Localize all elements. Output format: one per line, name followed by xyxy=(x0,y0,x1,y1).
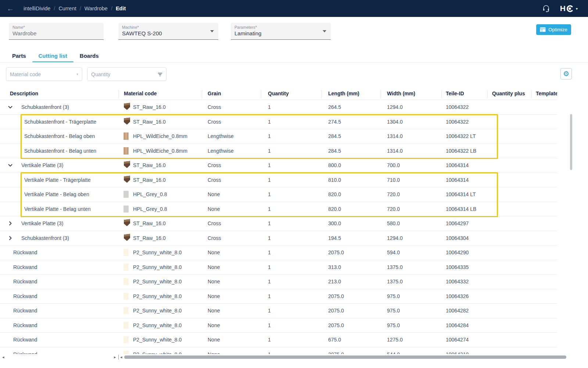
column-separator xyxy=(487,90,488,98)
tab-cutting-list[interactable]: Cutting list xyxy=(32,50,74,63)
cell-material-code: ST_Raw_16.0 xyxy=(133,235,166,241)
cell-material-code: ST_Raw_16.0 xyxy=(133,177,166,183)
breadcrumb-current[interactable]: Current xyxy=(58,6,76,11)
scroll-left-icon[interactable]: ◂ xyxy=(2,355,4,360)
cell-width: 975.0 xyxy=(387,322,400,328)
scroll-right-icon[interactable]: ▸ xyxy=(114,355,116,360)
chevron-right-icon[interactable] xyxy=(7,235,13,241)
cell-material-code: HPL_Grey_0.8 xyxy=(133,191,167,197)
cell-description: Vertikale Platte (3) xyxy=(21,220,63,226)
column-header-quantity-plus[interactable]: Quantity plus xyxy=(492,91,525,96)
table-row[interactable]: RückwandP2_Sunny_white_8.0None12075.0544… xyxy=(0,347,557,354)
filter-icon[interactable] xyxy=(158,72,162,77)
breadcrumb-app[interactable]: intelliDivide xyxy=(24,6,50,11)
breadcrumb-job[interactable]: Wardrobe xyxy=(85,6,108,11)
table-row[interactable]: RückwandP2_Sunny_white_8.0None12075.0975… xyxy=(0,304,557,318)
cell-quantity: 1 xyxy=(268,264,271,270)
chevron-down-icon[interactable] xyxy=(210,30,214,32)
optimize-button[interactable]: Optimize xyxy=(536,24,571,35)
back-arrow-icon[interactable]: ← xyxy=(7,0,14,17)
horizontal-scrollbar[interactable]: ◂ ▸ ◂ xyxy=(0,354,588,360)
column-header-material-code[interactable]: Material code xyxy=(124,91,157,96)
column-header-description[interactable]: Description xyxy=(10,91,38,96)
quantity-filter[interactable] xyxy=(87,67,166,81)
table-row[interactable]: RückwandP2_Sunny_white_8.0None1675.01275… xyxy=(0,333,557,347)
cell-width: 700.0 xyxy=(387,162,400,168)
cell-grain: None xyxy=(208,264,220,270)
tab-boards[interactable]: Boards xyxy=(74,50,105,63)
cell-length: 284.5 xyxy=(328,133,341,139)
filter-icon[interactable] xyxy=(76,72,78,77)
name-field[interactable]: Name* Wardrobe xyxy=(9,23,104,40)
table-row[interactable]: RückwandP2_Sunny_white_8.0None1313.01375… xyxy=(0,260,557,275)
chevron-down-icon: ▾ xyxy=(576,7,578,11)
chevron-right-icon[interactable] xyxy=(7,220,13,226)
table-row[interactable]: Schubkastenfront - Belag obenHPL_WildEic… xyxy=(0,129,557,144)
material-swatch-cream xyxy=(123,351,129,354)
machine-select[interactable]: Machine* SAWTEQ S-200 xyxy=(118,23,218,40)
table-row[interactable]: Vertikale Platte - TrägerplatteST_Raw_16… xyxy=(0,173,557,188)
chevron-down-icon[interactable] xyxy=(323,30,326,32)
homag-logo: H xyxy=(560,4,565,13)
column-header-teile-id[interactable]: Teile-ID xyxy=(446,91,464,96)
cell-material-code: ST_Raw_16.0 xyxy=(133,119,166,125)
cell-teile-id: 10064322 LB xyxy=(446,148,476,154)
machine-value[interactable]: SAWTEQ S-200 xyxy=(122,30,215,37)
table-row[interactable]: Schubkastenfront (3)ST_Raw_16.0Cross1264… xyxy=(0,100,557,115)
chevron-down-icon[interactable] xyxy=(7,162,13,168)
table-row[interactable]: Vertikale Platte (3)ST_Raw_16.0Cross1300… xyxy=(0,216,557,231)
cell-grain: Cross xyxy=(208,235,221,241)
name-label: Name* xyxy=(12,25,100,30)
vertical-scrollbar[interactable] xyxy=(570,102,572,353)
column-settings-button[interactable]: ⚙ xyxy=(560,68,572,79)
cell-quantity: 1 xyxy=(268,308,271,314)
table-row[interactable]: Vertikale Platte - Belag obenHPL_Grey_0.… xyxy=(0,187,557,202)
cell-width: 710.0 xyxy=(387,177,400,183)
account-menu[interactable]: H ▾ xyxy=(560,4,578,13)
parameters-select[interactable]: Parameters* Laminating xyxy=(231,23,331,40)
table-row[interactable]: RückwandP2_Sunny_white_8.0None1213.01375… xyxy=(0,275,557,289)
tab-parts[interactable]: Parts xyxy=(6,50,32,63)
table-row[interactable]: Schubkastenfront (3)ST_Raw_16.0Cross1194… xyxy=(0,231,557,246)
column-separator xyxy=(441,90,442,98)
material-swatch-board xyxy=(123,233,130,243)
column-header-template[interactable]: Template xyxy=(536,91,557,96)
cell-description: Schubkastenfront (3) xyxy=(21,235,69,241)
table-rows: Schubkastenfront (3)ST_Raw_16.0Cross1264… xyxy=(0,100,557,354)
column-separator xyxy=(202,90,202,98)
cell-quantity: 1 xyxy=(268,119,271,125)
name-value[interactable]: Wardrobe xyxy=(12,30,100,37)
headset-support-icon[interactable] xyxy=(542,4,551,13)
chevron-down-icon[interactable] xyxy=(7,104,13,110)
table-row[interactable]: Vertikale Platte - Belag untenHPL_Grey_0… xyxy=(0,202,557,217)
quantity-filter-input[interactable] xyxy=(91,71,158,77)
column-header-grain[interactable]: Grain xyxy=(208,91,221,96)
table-row[interactable]: Vertikale Platte (3)ST_Raw_16.0Cross1800… xyxy=(0,158,557,173)
cell-quantity: 1 xyxy=(268,322,271,328)
table-row[interactable]: Schubkastenfront - TrägerplatteST_Raw_16… xyxy=(0,115,557,130)
parameters-value[interactable]: Laminating xyxy=(234,30,327,37)
material-code-filter-input[interactable] xyxy=(10,71,76,77)
cell-grain: Cross xyxy=(208,162,221,168)
cell-width: 720.0 xyxy=(387,206,400,212)
column-header-quantity[interactable]: Quantity xyxy=(268,91,289,96)
scroll-left-icon[interactable]: ◂ xyxy=(120,355,122,360)
cell-length: 274.5 xyxy=(328,119,341,125)
cell-material-code: P2_Sunny_white_8.0 xyxy=(133,337,182,343)
table-row[interactable]: RückwandP2_Sunny_white_8.0None12075.0594… xyxy=(0,245,557,260)
cell-quantity: 1 xyxy=(268,337,271,343)
cell-material-code: ST_Raw_16.0 xyxy=(133,162,166,168)
column-header-length-mm-[interactable]: Length (mm) xyxy=(328,91,359,96)
table-row[interactable]: RückwandP2_Sunny_white_8.0None12075.0975… xyxy=(0,289,557,304)
cell-material-code: P2_Sunny_white_8.0 xyxy=(133,279,182,284)
cell-length: 194.5 xyxy=(328,235,341,241)
vertical-scrollbar-thumb[interactable] xyxy=(570,114,572,170)
table-row[interactable]: RückwandP2_Sunny_white_8.0None12075.0975… xyxy=(0,318,557,333)
horizontal-scrollbar-thumb[interactable] xyxy=(124,355,566,359)
material-code-filter[interactable] xyxy=(6,67,82,81)
table-row[interactable]: Schubkastenfront - Belag untenHPL_WildEi… xyxy=(0,144,557,159)
top-navigation-bar: ← intelliDivide / Current / Wardrobe / E… xyxy=(0,0,588,17)
column-header-width-mm-[interactable]: Width (mm) xyxy=(387,91,415,96)
cell-width: 594.0 xyxy=(387,250,400,255)
cell-material-code: P2_Sunny_white_8.0 xyxy=(133,351,182,354)
